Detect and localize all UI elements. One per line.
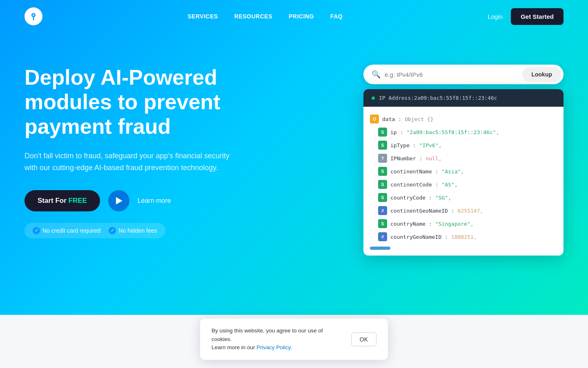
nav-services[interactable]: SERVICES: [187, 13, 218, 20]
privacy-policy-link[interactable]: Privacy Policy: [256, 344, 290, 350]
free-label: FREE: [69, 197, 87, 204]
hero-badges: ✓ No credit card required ✓ No hidden fe…: [24, 223, 165, 238]
cookie-text-2: Learn more in our: [212, 344, 256, 350]
json-row-countryname: S countryName : "Singapore",: [370, 217, 557, 230]
hero-title: Deploy AI-Powered modules to prevent pay…: [24, 65, 302, 139]
json-row-ip: S ip : "2a09:bac5:55f8:15f::23:46c",: [370, 126, 557, 139]
start-free-button[interactable]: Start For FREE: [24, 190, 100, 211]
play-button[interactable]: [108, 190, 129, 211]
badge-s-countryname: S: [378, 219, 387, 228]
badge-no-credit-card: ✓ No credit card required: [33, 227, 100, 234]
scroll-indicator: [370, 247, 390, 250]
json-header-text: IP Address:2a09:bac5:55f8:15f::23:46c: [379, 95, 497, 101]
login-button[interactable]: Login: [488, 13, 503, 20]
cookie-text: By using this website, you agree to our …: [212, 327, 343, 352]
cookie-text-1: By using this website, you agree to our …: [212, 328, 323, 342]
badge-s-countrycode: S: [378, 193, 387, 202]
check-icon-1: ✓: [33, 227, 40, 234]
json-row-ipnumber: ? IPNumber : null,: [370, 152, 557, 165]
badge-o-icon: O: [370, 114, 379, 123]
cookie-banner: By using this website, you agree to our …: [200, 319, 388, 360]
json-row-iptype: S ipType : "IPv6",: [370, 139, 557, 152]
json-row-continentgeonameid: # continentGeoNameID : 6255147,: [370, 204, 557, 217]
json-row-countrycode: S countryCode : "SG",: [370, 191, 557, 204]
search-input[interactable]: [385, 71, 522, 78]
hero-actions: Start For FREE Learn more: [24, 190, 302, 211]
badge-s-continentcode: S: [378, 180, 387, 189]
json-row-continentcode: S continentCode : "AS",: [370, 178, 557, 191]
nav-actions: Login Get Started: [488, 8, 564, 25]
json-header: IP Address:2a09:bac5:55f8:15f::23:46c: [363, 89, 564, 107]
svg-point-1: [33, 14, 34, 16]
badge-s-ip: S: [378, 128, 387, 137]
get-started-button[interactable]: Get Started: [511, 8, 564, 25]
navbar: SERVICES RESOURCES PRICING FAQ Login Get…: [0, 0, 588, 33]
json-body: O data : Object {} S ip : "2a09:bac5:55f…: [363, 107, 564, 256]
logo-icon: [24, 7, 42, 25]
nav-resources[interactable]: RESOURCES: [234, 13, 272, 20]
search-icon: 🔍: [372, 70, 381, 79]
status-dot: [372, 96, 375, 100]
nav-links: SERVICES RESOURCES PRICING FAQ: [187, 13, 343, 20]
search-bar: 🔍 Lookup: [363, 65, 564, 84]
badge-s-iptype: S: [378, 141, 387, 150]
nav-pricing[interactable]: PRICING: [289, 13, 314, 20]
json-row-continentname: S continentName : "Asia",: [370, 165, 557, 178]
badge-h-continentgeonameid: #: [378, 206, 387, 215]
cookie-text-3: .: [290, 344, 292, 350]
start-prefix: Start For: [38, 197, 69, 204]
hero-subtitle: Don't fall victim to fraud, safeguard yo…: [24, 150, 237, 174]
badge-text-2: No hidden fees: [118, 227, 157, 234]
badge-no-hidden-fees: ✓ No hidden fees: [109, 227, 157, 234]
badge-s-continentname: S: [378, 167, 387, 176]
json-row-data: O data : Object {}: [370, 112, 557, 126]
badge-text-1: No credit card required: [42, 227, 100, 234]
check-icon-2: ✓: [109, 227, 116, 234]
logo[interactable]: [24, 7, 42, 25]
badge-q-ipnumber: ?: [378, 154, 387, 163]
nav-faq[interactable]: FAQ: [330, 13, 343, 20]
hero-content: Deploy AI-Powered modules to prevent pay…: [24, 65, 302, 238]
badge-h-countrygeonameid: #: [378, 232, 387, 241]
api-widget: 🔍 Lookup IP Address:2a09:bac5:55f8:15f::…: [363, 65, 564, 256]
json-row-countrygeonameid: # countryGeoNameID : 1880251,: [370, 230, 557, 243]
json-panel: IP Address:2a09:bac5:55f8:15f::23:46c O …: [363, 89, 564, 256]
lookup-button[interactable]: Lookup: [522, 67, 561, 82]
cookie-ok-button[interactable]: OK: [351, 332, 376, 346]
learn-more-link[interactable]: Learn more: [138, 197, 171, 204]
